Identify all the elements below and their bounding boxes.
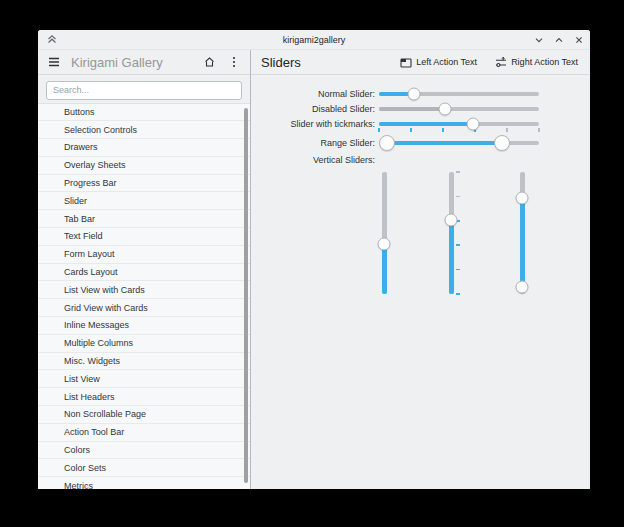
titlebar[interactable]: kirigami2gallery bbox=[38, 30, 590, 50]
left-action-button[interactable]: Left Action Text bbox=[396, 55, 481, 70]
content-pane: Sliders Left Action Text bbox=[251, 50, 590, 489]
slider-fill bbox=[449, 220, 454, 294]
sidebar-item-color-sets[interactable]: Color Sets bbox=[38, 459, 250, 477]
minimize-icon[interactable] bbox=[533, 34, 544, 45]
page-title: Sliders bbox=[261, 55, 396, 70]
maximize-icon[interactable] bbox=[553, 34, 564, 45]
vertical-slider-1[interactable] bbox=[374, 172, 394, 294]
content-body: Normal Slider: Disabled Slider: Slider w… bbox=[251, 75, 590, 489]
close-icon[interactable] bbox=[573, 34, 584, 45]
sidebar-item-list-view-with-cards[interactable]: List View with Cards bbox=[38, 281, 250, 299]
sidebar-item-multiple-columns[interactable]: Multiple Columns bbox=[38, 335, 250, 353]
disabled-slider-label: Disabled Slider: bbox=[251, 104, 375, 114]
sidebar-item-selection-controls[interactable]: Selection Controls bbox=[38, 121, 250, 139]
search-row bbox=[38, 75, 250, 103]
slider-tickmark bbox=[456, 244, 460, 246]
sidebar-list: ButtonsSelection ControlsDrawersOverlay … bbox=[38, 103, 250, 490]
kirigami-logo-icon bbox=[46, 33, 58, 45]
slider-handle[interactable] bbox=[494, 135, 510, 151]
sidebar-item-tab-bar[interactable]: Tab Bar bbox=[38, 210, 250, 228]
slider-fill bbox=[387, 141, 502, 145]
slider-fill bbox=[379, 122, 473, 126]
slider-tickmark bbox=[506, 128, 508, 132]
sidebar-item-drawers[interactable]: Drawers bbox=[38, 139, 250, 157]
slider-tickmark bbox=[410, 128, 412, 132]
right-action-label: Right Action Text bbox=[511, 57, 578, 67]
form-row-vertical-sliders: Vertical Sliders: bbox=[251, 153, 590, 167]
range-slider[interactable] bbox=[379, 136, 539, 150]
slider-handle[interactable] bbox=[445, 213, 458, 226]
sidebar-item-metrics[interactable]: Metrics bbox=[38, 477, 250, 489]
sidebar-item-list-view[interactable]: List View bbox=[38, 370, 250, 388]
app-window: kirigami2gallery Ki bbox=[38, 30, 590, 489]
right-action-button[interactable]: Right Action Text bbox=[491, 54, 582, 70]
normal-slider-label: Normal Slider: bbox=[251, 89, 375, 99]
home-icon[interactable] bbox=[201, 54, 217, 70]
vertical-sliders-label: Vertical Sliders: bbox=[251, 155, 375, 165]
sidebar-item-misc-widgets[interactable]: Misc. Widgets bbox=[38, 353, 250, 371]
slider-fill bbox=[520, 198, 525, 287]
sidebar-item-grid-view-with-cards[interactable]: Grid View with Cards bbox=[38, 299, 250, 317]
sidebar-item-cards-layout[interactable]: Cards Layout bbox=[38, 264, 250, 282]
vertical-slider-3[interactable] bbox=[512, 172, 532, 294]
window-controls bbox=[533, 30, 584, 49]
sidebar-title: Kirigami Gallery bbox=[71, 55, 192, 70]
slider-handle[interactable] bbox=[467, 118, 480, 131]
sidebar-item-colors[interactable]: Colors bbox=[38, 442, 250, 460]
sidebar-item-form-layout[interactable]: Form Layout bbox=[38, 246, 250, 264]
slider-tickmark bbox=[456, 293, 460, 295]
sidebar-item-text-field[interactable]: Text Field bbox=[38, 228, 250, 246]
sidebar-item-list-headers[interactable]: List Headers bbox=[38, 388, 250, 406]
form-row-range-slider: Range Slider: bbox=[251, 136, 590, 150]
slider-tickmark bbox=[456, 196, 460, 198]
main-split: Kirigami Gallery ButtonsSelection Contro… bbox=[38, 50, 590, 489]
slider-handle[interactable] bbox=[516, 280, 529, 293]
sidebar-header: Kirigami Gallery bbox=[38, 50, 250, 75]
search-input[interactable] bbox=[46, 81, 242, 100]
kebab-menu-icon[interactable] bbox=[226, 54, 242, 70]
slider-handle[interactable] bbox=[378, 237, 391, 250]
sidebar-item-progress-bar[interactable]: Progress Bar bbox=[38, 175, 250, 193]
left-action-label: Left Action Text bbox=[416, 57, 477, 67]
slider-handle[interactable] bbox=[379, 135, 395, 151]
sidebar: Kirigami Gallery ButtonsSelection Contro… bbox=[38, 50, 251, 489]
sidebar-item-inline-messages[interactable]: Inline Messages bbox=[38, 317, 250, 335]
sidebar-item-buttons[interactable]: Buttons bbox=[38, 104, 250, 122]
form-row-tickmark-slider: Slider with tickmarks: bbox=[251, 117, 590, 131]
normal-slider[interactable] bbox=[379, 87, 539, 101]
range-slider-label: Range Slider: bbox=[251, 138, 375, 148]
disabled-slider bbox=[379, 102, 539, 116]
slider-handle[interactable] bbox=[516, 191, 529, 204]
hamburger-menu-icon[interactable] bbox=[46, 54, 62, 70]
slider-tickmark bbox=[378, 128, 380, 132]
sidebar-item-slider[interactable]: Slider bbox=[38, 192, 250, 210]
sidebar-item-non-scrollable-page[interactable]: Non Scrollable Page bbox=[38, 406, 250, 424]
tickmark-slider[interactable] bbox=[379, 117, 539, 131]
left-action-icon bbox=[400, 57, 412, 68]
form-row-disabled-slider: Disabled Slider: bbox=[251, 102, 590, 116]
slider-tickmark bbox=[456, 269, 460, 271]
slider-handle[interactable] bbox=[408, 88, 421, 101]
sidebar-item-action-tool-bar[interactable]: Action Tool Bar bbox=[38, 424, 250, 442]
scrollbar-thumb[interactable] bbox=[244, 108, 248, 484]
content-header: Sliders Left Action Text bbox=[251, 50, 590, 75]
tickmark-slider-label: Slider with tickmarks: bbox=[251, 119, 375, 129]
window-title: kirigami2gallery bbox=[38, 35, 590, 45]
screenshot-stage: kirigami2gallery Ki bbox=[0, 0, 624, 527]
sidebar-item-overlay-sheets[interactable]: Overlay Sheets bbox=[38, 157, 250, 175]
vertical-slider-2[interactable] bbox=[441, 172, 461, 294]
slider-tickmark bbox=[442, 128, 444, 132]
slider-tickmark bbox=[456, 171, 460, 173]
slider-tickmark bbox=[538, 128, 540, 132]
vertical-sliders-group bbox=[379, 172, 579, 294]
right-action-icon bbox=[495, 56, 507, 68]
slider-fill bbox=[382, 244, 387, 294]
slider-handle bbox=[438, 103, 451, 116]
form-row-normal-slider: Normal Slider: bbox=[251, 87, 590, 101]
slider-fill bbox=[379, 107, 445, 111]
